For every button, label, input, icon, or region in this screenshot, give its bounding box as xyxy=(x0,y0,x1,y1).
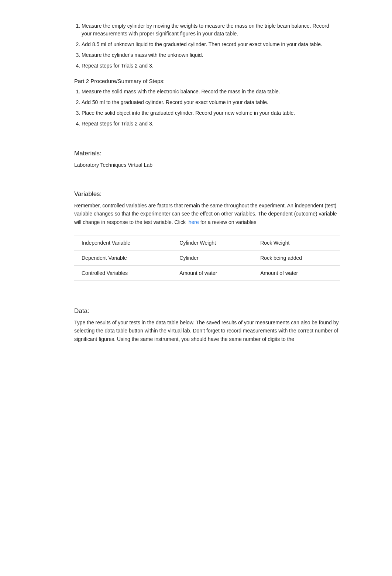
part1-step-3: Measure the cylinder's mass with the unk… xyxy=(82,51,340,59)
variable-label-dependent: Dependent Variable xyxy=(74,251,172,266)
variables-table: Independent Variable Cylinder Weight Roc… xyxy=(74,235,340,281)
part1-steps-list: Measure the empty cylinder by moving the… xyxy=(74,22,340,70)
table-row-independent: Independent Variable Cylinder Weight Roc… xyxy=(74,235,340,251)
table-row-dependent: Dependent Variable Cylinder Rock being a… xyxy=(74,251,340,266)
variables-title: Variables: xyxy=(74,190,340,198)
part2-heading: Part 2 Procedure/Summary of Steps: xyxy=(74,77,340,86)
variable-label-controlled: Controlled Variables xyxy=(74,266,172,281)
part2-step-2: Add 50 ml to the graduated cylinder. Rec… xyxy=(82,99,340,106)
part1-step-4: Repeat steps for Trials 2 and 3. xyxy=(82,62,340,70)
materials-content: Laboratory Techniques Virtual Lab xyxy=(74,161,340,169)
variable-col2-dependent: Rock being added xyxy=(253,251,340,266)
part2-step-3: Place the solid object into the graduate… xyxy=(82,109,340,117)
variable-label-independent: Independent Variable xyxy=(74,235,172,251)
materials-title: Materials: xyxy=(74,150,340,157)
variables-link-suffix: for a review on variables xyxy=(199,219,257,225)
data-description: Type the results of your tests in the da… xyxy=(74,318,340,343)
part1-step-2: Add 8.5 ml of unknown liquid to the grad… xyxy=(82,41,340,48)
page-container: Measure the empty cylinder by moving the… xyxy=(37,0,355,369)
data-title: Data: xyxy=(74,307,340,315)
variables-description-block: Remember, controlled variables are facto… xyxy=(74,201,340,226)
table-row-controlled: Controlled Variables Amount of water Amo… xyxy=(74,266,340,281)
variable-col1-independent: Cylinder Weight xyxy=(172,235,253,251)
variables-here-link[interactable]: here xyxy=(189,219,199,225)
part2-step-1: Measure the solid mass with the electron… xyxy=(82,88,340,96)
part2-steps-list: Measure the solid mass with the electron… xyxy=(74,88,340,128)
variable-col2-controlled: Amount of water xyxy=(253,266,340,281)
variable-col1-dependent: Cylinder xyxy=(172,251,253,266)
variable-col1-controlled: Amount of water xyxy=(172,266,253,281)
part1-step-1: Measure the empty cylinder by moving the… xyxy=(82,22,340,38)
part2-step-4: Repeat steps for Trials 2 and 3. xyxy=(82,120,340,128)
variable-col2-independent: Rock Weight xyxy=(253,235,340,251)
